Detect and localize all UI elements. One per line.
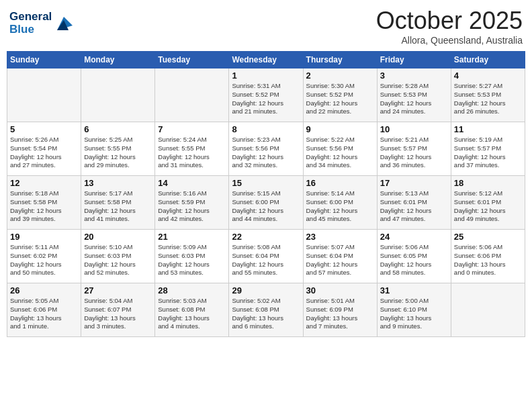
calendar-cell: 10Sunrise: 5:21 AM Sunset: 5:57 PM Dayli…: [377, 122, 451, 176]
day-number: 19: [10, 232, 78, 242]
column-header-wednesday: Wednesday: [229, 52, 303, 68]
calendar-cell: [7, 68, 81, 122]
day-number: 15: [232, 178, 300, 188]
column-header-friday: Friday: [377, 52, 451, 68]
day-number: 25: [454, 232, 522, 242]
day-number: 26: [10, 285, 78, 295]
day-info: Sunrise: 5:26 AM Sunset: 5:54 PM Dayligh…: [10, 136, 78, 170]
day-number: 24: [380, 232, 448, 242]
day-info: Sunrise: 5:05 AM Sunset: 6:06 PM Dayligh…: [10, 297, 78, 331]
calendar-cell: 26Sunrise: 5:05 AM Sunset: 6:06 PM Dayli…: [7, 283, 81, 337]
day-info: Sunrise: 5:17 AM Sunset: 5:58 PM Dayligh…: [84, 189, 152, 224]
calendar-week-row: 19Sunrise: 5:11 AM Sunset: 6:02 PM Dayli…: [7, 230, 525, 283]
logo-line1: General: [9, 11, 52, 24]
calendar-cell: [451, 283, 525, 337]
day-number: 7: [158, 124, 226, 134]
day-number: 9: [306, 124, 374, 134]
day-number: 17: [380, 178, 448, 188]
calendar-cell: 6Sunrise: 5:25 AM Sunset: 5:55 PM Daylig…: [81, 122, 155, 176]
title-block: October 2025 Allora, Queensland, Austral…: [376, 7, 523, 46]
calendar-cell: 11Sunrise: 5:19 AM Sunset: 5:57 PM Dayli…: [451, 122, 525, 176]
calendar-cell: 2Sunrise: 5:30 AM Sunset: 5:52 PM Daylig…: [303, 68, 377, 122]
day-info: Sunrise: 5:15 AM Sunset: 6:00 PM Dayligh…: [232, 189, 300, 224]
calendar-cell: 7Sunrise: 5:24 AM Sunset: 5:55 PM Daylig…: [155, 122, 229, 176]
day-info: Sunrise: 5:18 AM Sunset: 5:58 PM Dayligh…: [10, 189, 78, 224]
day-info: Sunrise: 5:06 AM Sunset: 6:06 PM Dayligh…: [454, 243, 522, 277]
day-number: 20: [84, 232, 152, 242]
column-header-saturday: Saturday: [451, 52, 525, 68]
day-number: 21: [158, 232, 226, 242]
day-info: Sunrise: 5:04 AM Sunset: 6:07 PM Dayligh…: [84, 297, 152, 331]
column-header-sunday: Sunday: [7, 52, 81, 68]
calendar-cell: 23Sunrise: 5:07 AM Sunset: 6:04 PM Dayli…: [303, 230, 377, 283]
day-info: Sunrise: 5:06 AM Sunset: 6:05 PM Dayligh…: [380, 243, 448, 277]
column-header-thursday: Thursday: [303, 52, 377, 68]
day-info: Sunrise: 5:07 AM Sunset: 6:04 PM Dayligh…: [306, 243, 374, 277]
calendar-week-row: 26Sunrise: 5:05 AM Sunset: 6:06 PM Dayli…: [7, 283, 525, 337]
day-info: Sunrise: 5:28 AM Sunset: 5:53 PM Dayligh…: [380, 82, 448, 116]
day-number: 23: [306, 232, 374, 242]
logo-icon: [54, 13, 74, 34]
day-number: 16: [306, 178, 374, 188]
day-number: 13: [84, 178, 152, 188]
calendar-cell: 13Sunrise: 5:17 AM Sunset: 5:58 PM Dayli…: [81, 176, 155, 230]
day-number: 11: [454, 124, 522, 134]
calendar-week-row: 1Sunrise: 5:31 AM Sunset: 5:52 PM Daylig…: [7, 68, 525, 122]
calendar-cell: [155, 68, 229, 122]
day-number: 8: [232, 124, 300, 134]
column-header-tuesday: Tuesday: [155, 52, 229, 68]
calendar-cell: 27Sunrise: 5:04 AM Sunset: 6:07 PM Dayli…: [81, 283, 155, 337]
calendar-cell: 31Sunrise: 5:00 AM Sunset: 6:10 PM Dayli…: [377, 283, 451, 337]
calendar-cell: 8Sunrise: 5:23 AM Sunset: 5:56 PM Daylig…: [229, 122, 303, 176]
calendar-cell: 20Sunrise: 5:10 AM Sunset: 6:03 PM Dayli…: [81, 230, 155, 283]
month-title: October 2025: [376, 7, 523, 35]
day-number: 12: [10, 178, 78, 188]
calendar-cell: 4Sunrise: 5:27 AM Sunset: 5:53 PM Daylig…: [451, 68, 525, 122]
day-number: 18: [454, 178, 522, 188]
column-header-monday: Monday: [81, 52, 155, 68]
day-info: Sunrise: 5:12 AM Sunset: 6:01 PM Dayligh…: [454, 189, 522, 224]
calendar-cell: 5Sunrise: 5:26 AM Sunset: 5:54 PM Daylig…: [7, 122, 81, 176]
day-info: Sunrise: 5:30 AM Sunset: 5:52 PM Dayligh…: [306, 82, 374, 116]
day-number: 4: [454, 71, 522, 81]
calendar-cell: 24Sunrise: 5:06 AM Sunset: 6:05 PM Dayli…: [377, 230, 451, 283]
calendar-cell: 12Sunrise: 5:18 AM Sunset: 5:58 PM Dayli…: [7, 176, 81, 230]
day-number: 6: [84, 124, 152, 134]
calendar-cell: 25Sunrise: 5:06 AM Sunset: 6:06 PM Dayli…: [451, 230, 525, 283]
day-info: Sunrise: 5:10 AM Sunset: 6:03 PM Dayligh…: [84, 243, 152, 277]
day-number: 10: [380, 124, 448, 134]
day-info: Sunrise: 5:22 AM Sunset: 5:56 PM Dayligh…: [306, 136, 374, 170]
calendar-table: SundayMondayTuesdayWednesdayThursdayFrid…: [7, 51, 525, 337]
day-number: 5: [10, 124, 78, 134]
calendar-cell: [81, 68, 155, 122]
calendar-cell: 1Sunrise: 5:31 AM Sunset: 5:52 PM Daylig…: [229, 68, 303, 122]
location-subtitle: Allora, Queensland, Australia: [376, 35, 523, 46]
day-info: Sunrise: 5:08 AM Sunset: 6:04 PM Dayligh…: [232, 243, 300, 277]
day-info: Sunrise: 5:21 AM Sunset: 5:57 PM Dayligh…: [380, 136, 448, 170]
calendar-cell: 16Sunrise: 5:14 AM Sunset: 6:00 PM Dayli…: [303, 176, 377, 230]
day-info: Sunrise: 5:13 AM Sunset: 6:01 PM Dayligh…: [380, 189, 448, 224]
day-number: 29: [232, 285, 300, 295]
day-info: Sunrise: 5:24 AM Sunset: 5:55 PM Dayligh…: [158, 136, 226, 170]
day-number: 22: [232, 232, 300, 242]
day-info: Sunrise: 5:01 AM Sunset: 6:09 PM Dayligh…: [306, 297, 374, 331]
day-info: Sunrise: 5:23 AM Sunset: 5:56 PM Dayligh…: [232, 136, 300, 170]
day-info: Sunrise: 5:11 AM Sunset: 6:02 PM Dayligh…: [10, 243, 78, 277]
calendar-cell: 17Sunrise: 5:13 AM Sunset: 6:01 PM Dayli…: [377, 176, 451, 230]
day-number: 14: [158, 178, 226, 188]
day-info: Sunrise: 5:31 AM Sunset: 5:52 PM Dayligh…: [232, 82, 300, 116]
day-info: Sunrise: 5:16 AM Sunset: 5:59 PM Dayligh…: [158, 189, 226, 224]
calendar-cell: 28Sunrise: 5:03 AM Sunset: 6:08 PM Dayli…: [155, 283, 229, 337]
page-header: General Blue October 2025 Allora, Queens…: [7, 7, 525, 46]
calendar-cell: 19Sunrise: 5:11 AM Sunset: 6:02 PM Dayli…: [7, 230, 81, 283]
calendar-cell: 3Sunrise: 5:28 AM Sunset: 5:53 PM Daylig…: [377, 68, 451, 122]
day-info: Sunrise: 5:19 AM Sunset: 5:57 PM Dayligh…: [454, 136, 522, 170]
calendar-cell: 18Sunrise: 5:12 AM Sunset: 6:01 PM Dayli…: [451, 176, 525, 230]
day-number: 3: [380, 71, 448, 81]
calendar-cell: 22Sunrise: 5:08 AM Sunset: 6:04 PM Dayli…: [229, 230, 303, 283]
calendar-cell: 29Sunrise: 5:02 AM Sunset: 6:08 PM Dayli…: [229, 283, 303, 337]
calendar-cell: 9Sunrise: 5:22 AM Sunset: 5:56 PM Daylig…: [303, 122, 377, 176]
day-info: Sunrise: 5:03 AM Sunset: 6:08 PM Dayligh…: [158, 297, 226, 331]
day-info: Sunrise: 5:02 AM Sunset: 6:08 PM Dayligh…: [232, 297, 300, 331]
day-info: Sunrise: 5:00 AM Sunset: 6:10 PM Dayligh…: [380, 297, 448, 331]
